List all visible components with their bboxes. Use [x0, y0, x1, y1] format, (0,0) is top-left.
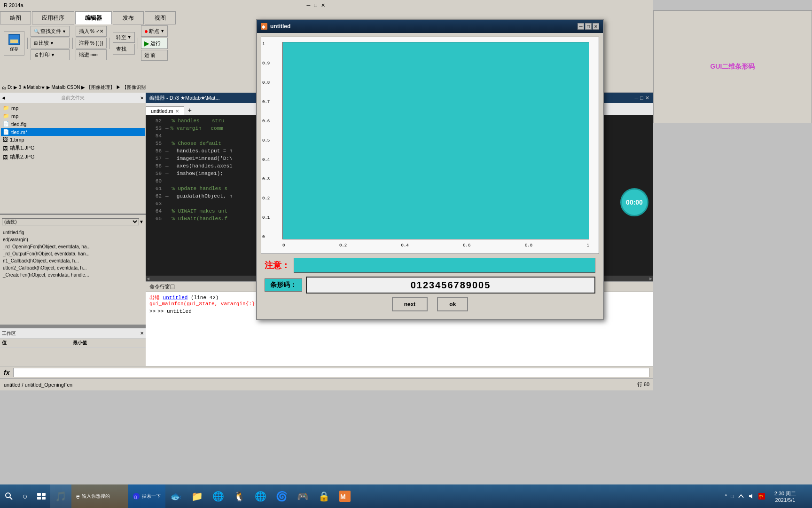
editor-max[interactable]: □ — [640, 95, 643, 101]
x-axis: 0 0.2 0.4 0.6 0.8 1 — [282, 243, 589, 248]
code-scroll-right[interactable]: ▶ — [649, 277, 652, 281]
find-files-btn[interactable]: 🔍 查找文件 ▼ — [31, 26, 70, 37]
run-next-btn[interactable]: 运 前 — [141, 50, 168, 61]
file-item-fig[interactable]: 📄tled.fig — [1, 120, 145, 128]
restore-btn[interactable]: □ — [314, 2, 317, 8]
function-dropdown[interactable]: (函数) — [2, 218, 139, 225]
close-btn[interactable]: ✕ — [321, 2, 325, 8]
taskbar-fish[interactable]: 🐟 — [165, 484, 187, 508]
save-btn[interactable]: 保存 — [4, 31, 24, 56]
ws-item-varargin[interactable]: ed(varargin) — [1, 236, 145, 243]
taskbar-baidu[interactable]: 百 搜索一下 — [128, 484, 165, 508]
taskbar-security[interactable]: 🔒 — [313, 484, 335, 508]
file-item-mp1[interactable]: 📁mp — [1, 104, 145, 112]
figure-win-btns: ─ □ ✕ — [578, 23, 599, 30]
taskbar-browser2[interactable]: 🌐 — [250, 484, 271, 508]
code-scroll-left[interactable]: ◀ — [147, 277, 149, 281]
file-item-bmp[interactable]: 🖼1.bmp — [1, 136, 145, 143]
fx-input[interactable] — [13, 368, 649, 377]
tab-plot[interactable]: 绘图 — [0, 11, 31, 24]
command-title: 命令行窗口 — [149, 283, 175, 290]
ok-button[interactable]: ok — [437, 297, 468, 311]
file-item-m-selected[interactable]: 📄tled.m* — [1, 128, 145, 136]
taskbar-game[interactable]: 🎮 — [292, 484, 313, 508]
editor-tab-untitled[interactable]: untitled.m ✕ — [146, 106, 184, 115]
ws-item-cb1[interactable]: n1_Callback(hObject, eventdata, h... — [1, 257, 145, 264]
file-item-mp2[interactable]: 📁mp — [1, 112, 145, 120]
attention-input[interactable] — [294, 258, 595, 273]
taskbar-cortana[interactable]: ○ — [18, 484, 32, 508]
figure-icon: ◆ — [261, 23, 267, 30]
editor-add-tab[interactable]: + — [184, 105, 195, 115]
plot-area: 1 0.9 0.8 0.7 0.6 0.5 0.4 0.3 0.2 0.1 0 … — [261, 37, 599, 254]
ws-item-opening[interactable]: _rd_OpeningFcn(hObject, eventdata, ha... — [1, 243, 145, 250]
taskbar-ie-search[interactable]: e 输入你想搜的 — [71, 484, 128, 508]
run-btn[interactable]: ▶ 运行 — [141, 38, 168, 49]
y-axis: 1 0.9 0.8 0.7 0.6 0.5 0.4 0.3 0.2 0.1 0 — [262, 42, 270, 239]
print-btn[interactable]: 🖨 打印 ▼ — [31, 49, 70, 60]
insert-btn[interactable]: 插入 % ✓✕ — [76, 26, 107, 37]
tray-square[interactable]: □ — [731, 493, 734, 499]
breakpoint-btn[interactable]: ● 断点 ▼ — [141, 25, 168, 37]
workspace-bottom: 工作区 ✕ 值 最小值 — [0, 328, 146, 366]
tray-up-arrow[interactable]: ^ — [725, 493, 727, 499]
breadcrumb: 🗂 D: ▶ 3 ★Matlab★ ▶ Matalb CSDN ▶ 【图像处理】… — [0, 82, 263, 93]
workspace-list: untitled.fig ed(varargin) _rd_OpeningFcn… — [0, 228, 146, 325]
workspace-bottom-title: 工作区 — [2, 330, 16, 337]
title-bar: R 2014a ─ □ ✕ — [0, 0, 329, 10]
taskbar-penguin[interactable]: 🐧 — [229, 484, 250, 508]
error-link[interactable]: untitled — [163, 295, 188, 301]
workspace-bottom-close[interactable]: ✕ — [140, 331, 144, 336]
editor-tab-label: untitled.m — [151, 108, 173, 114]
figure-minimize[interactable]: ─ — [578, 23, 584, 30]
status-path: untitled / untitled_OpeningFcn — [4, 382, 72, 388]
barcode-value: 0123456789005 — [306, 277, 595, 294]
tab-publish[interactable]: 发布 — [113, 11, 144, 24]
find-btn[interactable]: 查找 — [113, 44, 135, 55]
ws-item-output[interactable]: _rd_OutputFcn(hObject, eventdata, han... — [1, 250, 145, 257]
svg-marker-12 — [749, 494, 752, 499]
taskbar-music[interactable]: 🎵 — [50, 484, 71, 508]
editor-close[interactable]: ✕ — [645, 95, 649, 101]
compare-btn[interactable]: ⊞ 比较 ▼ — [31, 38, 70, 48]
prompt-sym: >> — [149, 309, 156, 314]
file-list: 📁mp 📁mp 📄tled.fig 📄tled.m* 🖼1.bmp — [0, 103, 146, 214]
ws-item-create[interactable]: _CreateFcn(hObject, eventdata, handle... — [1, 271, 145, 278]
figure-maximize[interactable]: □ — [585, 23, 592, 30]
taskbar-browser1[interactable]: 🌐 — [208, 484, 229, 508]
taskbar-swirl[interactable]: 🌀 — [271, 484, 292, 508]
figure-title: untitled — [270, 23, 290, 30]
editor-tab-close[interactable]: ✕ — [175, 109, 179, 114]
goto-btn[interactable]: 转至▼ — [113, 32, 135, 43]
tab-editor[interactable]: 编辑器 — [75, 11, 112, 24]
dropdown-arrow[interactable]: ▼ — [139, 219, 144, 224]
tab-app[interactable]: 应用程序 — [32, 11, 74, 24]
clock-display[interactable]: 2:30 周二 2021/5/1 — [769, 490, 802, 503]
next-button[interactable]: next — [392, 297, 428, 311]
barcode-label: 条形码： — [265, 278, 302, 292]
taskbar-matlab[interactable]: M — [335, 484, 355, 508]
error-prefix: 出错 — [149, 295, 163, 301]
svg-rect-6 — [37, 497, 41, 500]
file-item-jpg1[interactable]: 🖼结果1.JPG — [1, 143, 145, 152]
ws-item-fig[interactable]: untitled.fig — [1, 229, 145, 236]
figure-window: ◆ untitled ─ □ ✕ 1 0.9 0.8 0.7 0.6 0.5 0… — [256, 19, 604, 320]
taskbar-files[interactable]: 📁 — [187, 484, 208, 508]
tab-view[interactable]: 视图 — [145, 11, 176, 24]
svg-text:百: 百 — [133, 494, 138, 499]
ws-item-cb2[interactable]: utton2_Callback(hObject, eventdata, h... — [1, 264, 145, 271]
network-icon — [738, 493, 744, 500]
taskbar-search[interactable] — [0, 484, 18, 508]
button-row: next ok — [265, 297, 595, 311]
figure-close[interactable]: ✕ — [593, 23, 599, 30]
breadcrumb-path: D: ▶ 3 ★Matlab★ ▶ Matalb CSDN ▶ 【图像处理】 ▶… — [8, 84, 146, 91]
file-item-jpg2[interactable]: 🖼结果2.JPG — [1, 152, 145, 161]
taskbar-taskview[interactable] — [32, 484, 50, 508]
resize-handle[interactable] — [0, 325, 146, 328]
file-browser-close[interactable]: ✕ — [140, 95, 144, 101]
comment-btn[interactable]: 注释 % {{ }} — [76, 38, 107, 48]
indent-btn[interactable]: 缩进 ⇥⇤ — [76, 49, 107, 60]
minimize-btn[interactable]: ─ — [307, 2, 311, 8]
timer-circle: 00:00 — [620, 188, 648, 216]
editor-min[interactable]: ─ — [635, 95, 639, 101]
